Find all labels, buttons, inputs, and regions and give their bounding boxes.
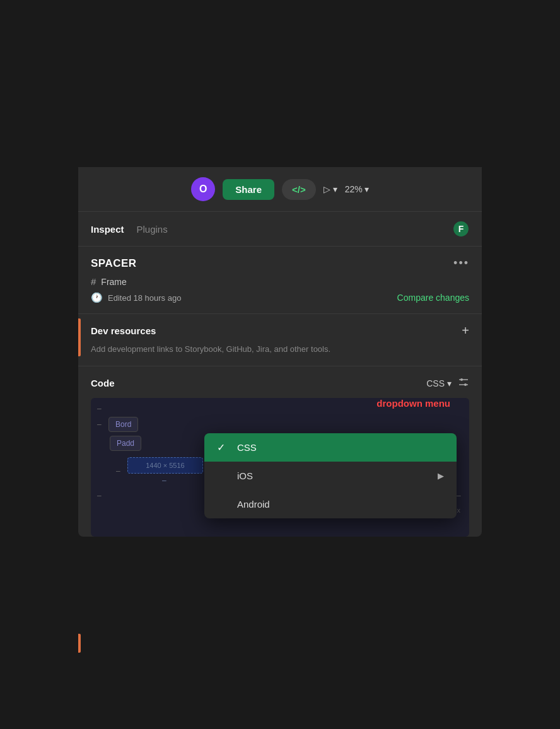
padd-label: Padd: [110, 436, 141, 451]
code-section: Code CSS ▾: [78, 366, 482, 537]
dropdown-css-label: CSS: [237, 442, 257, 453]
zoom-dropdown-icon: ▾: [365, 184, 369, 194]
code-type-dropdown: ✓ CSS ✓ iOS ▶ ✓ Android: [204, 433, 457, 518]
add-dev-resource-button[interactable]: +: [462, 324, 469, 337]
left-accent-bar-2: [78, 634, 81, 653]
dropdown-ios-label: iOS: [237, 470, 253, 481]
dash-3: –: [116, 467, 122, 475]
tab-plugins[interactable]: Plugins: [137, 224, 168, 235]
tabs-row: Inspect Plugins F: [78, 212, 482, 247]
zoom-button[interactable]: 22% ▾: [345, 184, 369, 194]
dash-1: –: [97, 404, 103, 413]
left-accent-bar-1: [78, 318, 81, 356]
zoom-value: 22%: [345, 184, 363, 194]
dash-2: –: [97, 420, 103, 429]
code-mode-button[interactable]: </>: [282, 179, 316, 200]
bord-label: Bord: [108, 417, 138, 432]
dropdown-arrow-icon: ▾: [447, 378, 452, 388]
svg-text:F: F: [458, 225, 464, 235]
spacer-header: SPACER •••: [91, 257, 469, 270]
svg-point-3: [460, 378, 463, 381]
code-visualization: – – Bord Padd – 1440 × 5516: [91, 398, 469, 537]
code-title: Code: [91, 378, 115, 388]
dev-resources-header: Dev resources +: [91, 324, 469, 337]
css-dropdown-button[interactable]: CSS ▾: [426, 378, 452, 388]
play-dropdown-icon: ▾: [333, 184, 337, 194]
dev-resources-title: Dev resources: [91, 325, 156, 336]
arrow-annotation: Click on dropdown menu: [376, 398, 450, 410]
dimensions-label: 1440 × 5516: [127, 457, 203, 474]
dropdown-item-css[interactable]: ✓ CSS: [204, 433, 457, 462]
code-controls: CSS ▾: [426, 376, 469, 390]
edited-left: 🕐 Edited 18 hours ago: [91, 292, 181, 303]
viz-row-bord: – Bord: [97, 417, 463, 432]
edited-row: 🕐 Edited 18 hours ago Compare changes: [91, 292, 469, 303]
css-label: CSS: [426, 378, 445, 388]
avatar: O: [191, 177, 215, 201]
code-icon: </>: [292, 184, 306, 195]
check-icon: ✓: [217, 441, 228, 453]
code-header: Code CSS ▾: [91, 376, 469, 390]
figma-icon: F: [453, 221, 469, 237]
header-bar: O Share </> ▷ ▾ 22% ▾: [78, 167, 482, 212]
code-settings-button[interactable]: [458, 376, 469, 390]
main-panel: O Share </> ▷ ▾ 22% ▾ Inspect Plugins F: [78, 167, 482, 537]
frame-row: # Frame: [91, 276, 469, 287]
share-button[interactable]: Share: [223, 179, 274, 200]
spacer-section: SPACER ••• # Frame 🕐 Edited 18 hours ago…: [78, 247, 482, 314]
dev-resources-section: Dev resources + Add development links to…: [78, 314, 482, 366]
play-button[interactable]: ▷ ▾: [324, 184, 337, 194]
tab-inspect[interactable]: Inspect: [91, 224, 124, 235]
tabs-left: Inspect Plugins: [91, 224, 168, 235]
play-icon: ▷: [324, 184, 330, 194]
clock-icon: 🕐: [91, 292, 103, 303]
dropdown-android-label: Android: [237, 499, 270, 510]
more-button[interactable]: •••: [453, 257, 469, 270]
annotation-text: Click on dropdown menu: [376, 398, 450, 410]
spacer-title: SPACER: [91, 257, 137, 270]
dash-center: –: [162, 476, 168, 485]
edited-text: Edited 18 hours ago: [108, 293, 181, 303]
dims-box: 1440 × 5516 –: [127, 457, 203, 485]
frame-icon: #: [91, 276, 96, 287]
dev-resources-description: Add development links to Storybook, GitH…: [91, 343, 469, 356]
svg-point-5: [464, 383, 467, 386]
compare-changes-link[interactable]: Compare changes: [397, 293, 469, 303]
frame-label: Frame: [101, 277, 126, 287]
dropdown-item-ios[interactable]: ✓ iOS ▶: [204, 462, 457, 490]
dropdown-item-android[interactable]: ✓ Android: [204, 490, 457, 518]
arrow-right-icon: ▶: [438, 471, 444, 481]
